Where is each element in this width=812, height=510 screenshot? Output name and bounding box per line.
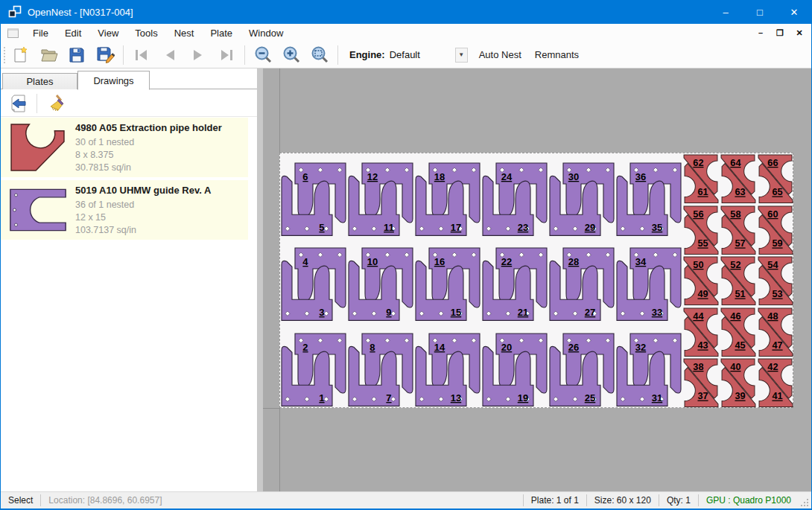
svg-text:59: 59 bbox=[772, 238, 782, 249]
clean-button[interactable] bbox=[45, 92, 67, 115]
remnants-button[interactable]: Remnants bbox=[528, 45, 586, 64]
status-qty: Qty: 1 bbox=[659, 495, 698, 506]
nested-part-pair-purple[interactable]: 2 1 bbox=[280, 324, 347, 409]
nested-part-pair-purple[interactable]: 6 5 bbox=[280, 153, 347, 238]
panel-splitter[interactable] bbox=[257, 68, 263, 491]
svg-text:2: 2 bbox=[302, 342, 308, 353]
sidebar-tabstrip: Plates Drawings bbox=[1, 70, 257, 89]
zoom-fit-button[interactable] bbox=[308, 45, 331, 66]
nested-part-pair-red[interactable]: 56 55 bbox=[682, 205, 720, 256]
nav-next-icon bbox=[189, 46, 207, 64]
nested-part-pair-red[interactable]: 60 59 bbox=[757, 205, 794, 256]
nested-part-pair-red[interactable]: 66 65 bbox=[757, 153, 794, 205]
menu-view[interactable]: View bbox=[89, 25, 127, 41]
menu-window[interactable]: Window bbox=[241, 25, 291, 41]
drawing-area: 30.7815 sq/in bbox=[75, 162, 222, 174]
svg-text:26: 26 bbox=[568, 342, 579, 353]
resize-grip-icon[interactable] bbox=[800, 498, 809, 507]
nested-part-pair-red[interactable]: 58 57 bbox=[720, 205, 757, 256]
import-drawing-icon bbox=[10, 94, 29, 113]
open-file-icon bbox=[39, 45, 58, 64]
nested-part-pair-red[interactable]: 52 51 bbox=[720, 255, 757, 307]
svg-text:15: 15 bbox=[451, 307, 461, 318]
zoom-in-button[interactable] bbox=[280, 45, 302, 66]
drawing-list-item[interactable]: 4980 A05 Extraction pipe holder 30 of 1 … bbox=[1, 118, 248, 177]
svg-text:52: 52 bbox=[730, 260, 740, 270]
toolbar-grip[interactable] bbox=[3, 46, 6, 64]
nested-part-pair-purple[interactable]: 10 9 bbox=[347, 238, 414, 323]
nest-canvas[interactable]: 6 5 12 11 18 17 24 23 bbox=[263, 68, 812, 491]
nested-part-pair-purple[interactable]: 26 25 bbox=[548, 324, 615, 409]
nav-next-button[interactable] bbox=[187, 45, 209, 66]
nested-part-pair-red[interactable]: 50 49 bbox=[682, 255, 720, 307]
mdi-close-button[interactable]: ✕ bbox=[792, 26, 807, 39]
mdi-restore-button[interactable]: ❐ bbox=[773, 26, 787, 39]
save-as-button[interactable] bbox=[94, 45, 116, 66]
menu-edit[interactable]: Edit bbox=[57, 25, 89, 41]
nested-part-pair-purple[interactable]: 18 17 bbox=[414, 153, 481, 238]
tab-drawings[interactable]: Drawings bbox=[77, 71, 150, 90]
svg-text:13: 13 bbox=[451, 392, 461, 404]
zoom-out-button[interactable] bbox=[252, 45, 274, 66]
svg-text:6: 6 bbox=[302, 171, 308, 182]
nested-part-pair-purple[interactable]: 32 31 bbox=[615, 324, 682, 409]
mdi-minimize-button[interactable]: – bbox=[753, 26, 768, 39]
nested-part-pair-red[interactable]: 62 61 bbox=[682, 153, 720, 205]
nested-part-pair-red[interactable]: 44 43 bbox=[682, 307, 720, 358]
menu-file[interactable]: File bbox=[25, 25, 57, 41]
mdi-document-icon[interactable] bbox=[7, 28, 19, 38]
svg-text:25: 25 bbox=[585, 392, 595, 404]
import-drawing-button[interactable] bbox=[8, 92, 31, 115]
nav-first-button[interactable] bbox=[130, 45, 153, 66]
nested-part-pair-red[interactable]: 40 39 bbox=[720, 357, 757, 409]
svg-text:63: 63 bbox=[735, 188, 745, 198]
nested-part-pair-purple[interactable]: 30 29 bbox=[548, 153, 615, 238]
nested-part-pair-purple[interactable]: 36 35 bbox=[615, 153, 682, 238]
nested-part-pair-red[interactable]: 38 37 bbox=[682, 357, 720, 409]
nested-part-pair-purple[interactable]: 14 13 bbox=[414, 324, 481, 409]
app-window: OpenNest - [N0317-004] – □ ✕ File Edit V… bbox=[0, 0, 812, 510]
nested-part-pair-red[interactable]: 54 53 bbox=[757, 255, 794, 307]
nested-part-pair-purple[interactable]: 20 19 bbox=[481, 324, 548, 409]
window-maximize-button[interactable]: □ bbox=[743, 0, 777, 24]
nested-part-pair-purple[interactable]: 12 11 bbox=[347, 153, 414, 238]
nested-part-pair-red[interactable]: 46 45 bbox=[720, 307, 757, 358]
nested-part-pair-purple[interactable]: 34 33 bbox=[615, 238, 682, 323]
auto-nest-button[interactable]: Auto Nest bbox=[472, 45, 528, 64]
nested-part-pair-purple[interactable]: 22 21 bbox=[481, 238, 548, 323]
open-file-button[interactable] bbox=[37, 45, 60, 66]
nested-part-pair-purple[interactable]: 24 23 bbox=[481, 153, 548, 238]
nested-part-pair-purple[interactable]: 16 15 bbox=[414, 238, 481, 323]
nested-part-pair-purple[interactable]: 8 7 bbox=[347, 324, 414, 409]
svg-text:40: 40 bbox=[730, 363, 740, 373]
window-minimize-button[interactable]: – bbox=[708, 0, 743, 24]
nested-part-pair-red[interactable]: 64 63 bbox=[720, 153, 757, 205]
nav-prev-button[interactable] bbox=[159, 45, 181, 66]
menu-tools[interactable]: Tools bbox=[127, 25, 165, 41]
nested-part-pair-purple[interactable]: 4 3 bbox=[280, 238, 347, 323]
save-button[interactable] bbox=[66, 45, 88, 66]
nav-last-button[interactable] bbox=[215, 45, 238, 66]
window-close-button[interactable]: ✕ bbox=[777, 0, 811, 24]
svg-text:61: 61 bbox=[697, 188, 708, 198]
svg-text:35: 35 bbox=[652, 222, 662, 233]
nested-part-pair-red[interactable]: 42 41 bbox=[757, 357, 794, 409]
new-file-button[interactable] bbox=[9, 45, 31, 66]
engine-select[interactable]: Default ▼ bbox=[390, 47, 468, 63]
svg-text:64: 64 bbox=[730, 158, 740, 168]
svg-text:60: 60 bbox=[767, 209, 778, 220]
drawing-area: 103.7137 sq/in bbox=[75, 224, 211, 237]
zoom-fit-icon bbox=[311, 45, 329, 64]
nested-part-pair-purple[interactable]: 28 27 bbox=[548, 238, 615, 323]
svg-text:29: 29 bbox=[585, 222, 595, 233]
chevron-down-icon[interactable]: ▼ bbox=[455, 48, 468, 63]
drawing-list-item[interactable]: 5019 A10 UHMW guide Rev. A 36 of 1 neste… bbox=[1, 180, 248, 240]
menu-nest[interactable]: Nest bbox=[166, 25, 203, 41]
nested-part-pair-red[interactable]: 48 47 bbox=[757, 307, 794, 358]
plate[interactable]: 6 5 12 11 18 17 24 23 bbox=[279, 153, 793, 408]
svg-text:7: 7 bbox=[386, 392, 391, 404]
sidebar-panel: Plates Drawings bbox=[1, 68, 257, 491]
menu-plate[interactable]: Plate bbox=[202, 25, 241, 41]
app-logo-icon bbox=[8, 5, 22, 19]
tab-plates[interactable]: Plates bbox=[2, 73, 77, 89]
